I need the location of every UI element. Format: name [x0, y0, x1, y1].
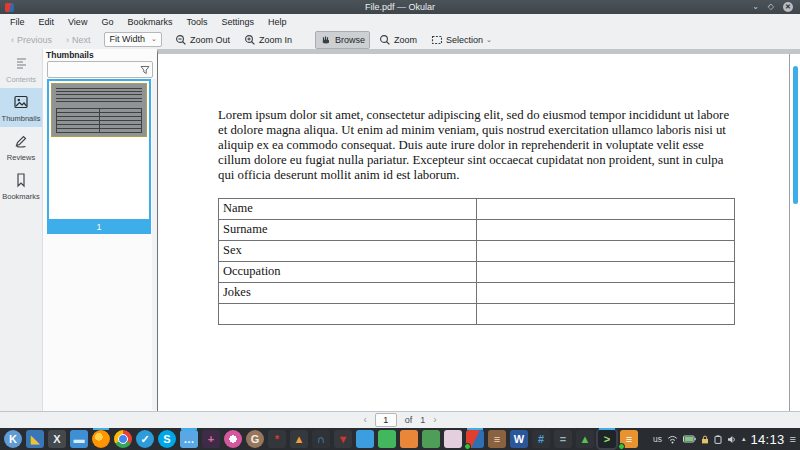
next-button[interactable]: › Next: [61, 32, 96, 48]
prev-page-icon[interactable]: ‹: [363, 415, 366, 425]
taskbar-chrome-icon[interactable]: [114, 430, 132, 448]
panel-menu-icon[interactable]: ≡: [790, 433, 796, 445]
page-right-edge: [789, 54, 790, 412]
taskbar-audio-headphones-icon[interactable]: ∩: [312, 430, 330, 448]
zoom-mode-select[interactable]: Fit Width ⌄: [104, 32, 162, 47]
table-cell-value: [477, 220, 735, 241]
taskbar-firefox-icon[interactable]: [92, 430, 110, 448]
taskbar-sliders-icon[interactable]: =: [554, 430, 572, 448]
taskbar-doc-orange-icon[interactable]: [400, 430, 418, 448]
table-cell-label: Jokes: [219, 283, 477, 304]
taskbar-check-app-icon[interactable]: ✓: [136, 430, 154, 448]
menu-item-file[interactable]: File: [3, 14, 32, 30]
keyboard-layout-indicator[interactable]: us: [653, 434, 662, 444]
menu-item-tools[interactable]: Tools: [179, 14, 214, 30]
taskbar-apps: K◣X▬✓S…+G*▲∩▼≡W#=▲>≡: [4, 430, 638, 448]
thumbnail-mini-text: [56, 88, 142, 104]
clipboard-icon[interactable]: [714, 435, 722, 444]
taskbar-messenger-icon[interactable]: …: [180, 430, 198, 448]
taskbar-vlc-icon[interactable]: ▲: [290, 430, 308, 448]
table-cell-label: Name: [219, 199, 477, 220]
main-toolbar: ‹ Previous › Next Fit Width ⌄ Zoom Out Z…: [0, 30, 800, 50]
taskbar-krita-icon[interactable]: *: [268, 430, 286, 448]
table-cell-value: [477, 304, 735, 325]
taskbar-skype-icon[interactable]: S: [158, 430, 176, 448]
table-cell-value: [477, 241, 735, 262]
clock[interactable]: 14:13: [751, 432, 785, 447]
chevron-down-icon: ⌄: [486, 37, 492, 43]
menu-item-bookmarks[interactable]: Bookmarks: [120, 14, 179, 30]
table-row: Sex: [219, 241, 735, 262]
sidebar-tab-thumbnails[interactable]: Thumbnails: [0, 88, 42, 127]
contents-icon: [12, 54, 30, 72]
selection-icon: [431, 34, 443, 46]
taskbar: K◣X▬✓S…+G*▲∩▼≡W#=▲>≡ us ▴ 14:13 ≡: [0, 428, 800, 450]
zoom-tool-button[interactable]: Zoom: [374, 31, 422, 49]
tray-expand-icon[interactable]: ▴: [742, 435, 746, 443]
menu-item-help[interactable]: Help: [261, 14, 294, 30]
taskbar-gimp-icon[interactable]: G: [246, 430, 264, 448]
battery-icon[interactable]: [683, 435, 696, 443]
thumbnails-icon: [12, 93, 30, 111]
taskbar-dolphin-files-icon[interactable]: ▬: [70, 430, 88, 448]
taskbar-doc-image-icon[interactable]: [422, 430, 440, 448]
total-pages: 1: [420, 415, 425, 425]
menu-bar: FileEditViewGoBookmarksToolsSettingsHelp: [0, 14, 800, 30]
zoom-in-button[interactable]: Zoom In: [239, 31, 297, 49]
table-cell-label: Surname: [219, 220, 477, 241]
title-bar: File.pdf — Okular ⌄ ◇ ✕: [0, 0, 800, 14]
zoom-out-icon: [175, 34, 187, 46]
menu-item-go[interactable]: Go: [94, 14, 120, 30]
selection-tool-button[interactable]: Selection ⌄: [426, 31, 497, 49]
taskbar-plasma-tool-icon[interactable]: +: [202, 430, 220, 448]
next-page-icon[interactable]: ›: [433, 415, 436, 425]
chevron-right-icon: ›: [66, 35, 69, 45]
page-thumbnail[interactable]: [47, 79, 151, 221]
taskbar-donut-app-icon[interactable]: [224, 430, 242, 448]
current-page-box[interactable]: 1: [375, 413, 397, 427]
menu-item-settings[interactable]: Settings: [214, 14, 261, 30]
magnifier-icon: [379, 34, 391, 46]
taskbar-doc-blue-icon[interactable]: [356, 430, 374, 448]
taskbar-xterm-icon[interactable]: X: [48, 430, 66, 448]
thumbnails-panel: Thumbnails 1: [43, 49, 158, 412]
menu-item-edit[interactable]: Edit: [32, 14, 62, 30]
filter-funnel-icon[interactable]: [140, 65, 150, 75]
taskbar-doc-green-icon[interactable]: [378, 430, 396, 448]
table-row: Occupation: [219, 262, 735, 283]
menu-item-view[interactable]: View: [61, 14, 94, 30]
taskbar-okular-icon[interactable]: [466, 430, 484, 448]
thumbnail-filter-input[interactable]: [48, 64, 140, 75]
thumbnail-viewport-highlight: [51, 83, 147, 137]
reviews-pen-icon: [12, 132, 30, 150]
taskbar-books-icon[interactable]: ≡: [488, 430, 506, 448]
zoom-out-button[interactable]: Zoom Out: [170, 31, 235, 49]
wifi-icon[interactable]: [667, 435, 678, 444]
taskbar-konsole-icon[interactable]: >: [598, 430, 616, 448]
sidebar-tab-bookmarks[interactable]: Bookmarks: [0, 166, 42, 205]
table-row: Surname: [219, 220, 735, 241]
previous-button[interactable]: ‹ Previous: [6, 32, 57, 48]
lock-icon[interactable]: [701, 435, 709, 444]
sidebar-tab-reviews[interactable]: Reviews: [0, 127, 42, 166]
taskbar-app-launcher-icon[interactable]: K: [4, 430, 22, 448]
document-paragraph: Lorem ipsum dolor sit amet, consectetur …: [218, 108, 735, 183]
taskbar-notes-orange-icon[interactable]: ≡: [620, 430, 638, 448]
window-title: File.pdf — Okular: [0, 0, 800, 14]
thumbnail-filter-box: [47, 61, 153, 78]
taskbar-doc-pink-icon[interactable]: [444, 430, 462, 448]
vertical-scrollbar-thumb[interactable]: [793, 66, 798, 204]
taskbar-tune-monitor-icon[interactable]: #: [532, 430, 550, 448]
maximize-icon[interactable]: ◇: [768, 3, 774, 11]
sidebar-tab-contents[interactable]: Contents: [0, 49, 42, 88]
taskbar-word-icon[interactable]: W: [510, 430, 528, 448]
table-row: Name: [219, 199, 735, 220]
close-icon[interactable]: ✕: [783, 2, 793, 12]
taskbar-system-monitor-icon[interactable]: ▲: [576, 430, 594, 448]
document-view[interactable]: Lorem ipsum dolor sit amet, consectetur …: [157, 49, 800, 412]
taskbar-kdenlive-icon[interactable]: ▼: [334, 430, 352, 448]
minimize-icon[interactable]: ⌄: [752, 3, 759, 11]
taskbar-desktop-pager-icon[interactable]: ◣: [26, 430, 44, 448]
browse-tool-button[interactable]: Browse: [315, 31, 370, 49]
volume-icon[interactable]: [727, 435, 737, 444]
